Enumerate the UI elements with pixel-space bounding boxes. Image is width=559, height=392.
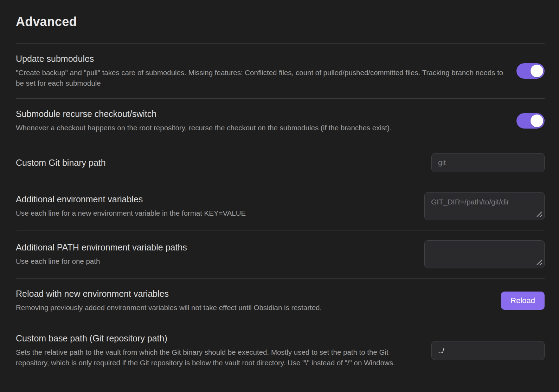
- setting-info: Custom base path (Git repository path) S…: [16, 333, 422, 368]
- setting-item-update-submodules: Update submodules "Create backup" and "p…: [16, 43, 545, 98]
- setting-control: [516, 63, 545, 79]
- setting-name: Additional PATH environment variable pat…: [16, 242, 415, 253]
- page-title: Advanced: [16, 14, 545, 29]
- setting-description: Sets the relative path to the vault from…: [16, 347, 422, 368]
- setting-item-submodule-recurse: Submodule recurse checkout/switch Whenev…: [16, 98, 545, 143]
- setting-name: Additional environment variables: [16, 194, 415, 205]
- setting-description: Use each line for one path: [16, 256, 415, 267]
- setting-description: Use each line for a new environment vari…: [16, 208, 415, 218]
- toggle-knob: [531, 65, 543, 77]
- setting-description: Whenever a checkout happens on the root …: [16, 123, 507, 133]
- setting-item-path-env-paths: Additional PATH environment variable pat…: [16, 230, 545, 278]
- setting-item-env-variables: Additional environment variables Use eac…: [16, 182, 545, 230]
- git-binary-path-input[interactable]: [431, 153, 545, 172]
- setting-name: Update submodules: [16, 53, 507, 64]
- setting-info: Additional PATH environment variable pat…: [16, 242, 415, 267]
- setting-control: Reload: [501, 292, 545, 310]
- toggle-knob: [531, 115, 543, 127]
- setting-info: Submodule recurse checkout/switch Whenev…: [16, 109, 507, 133]
- setting-info: Reload with new environment variables Re…: [16, 288, 492, 313]
- setting-description: "Create backup" and "pull" takes care of…: [16, 67, 507, 89]
- setting-item-git-binary-path: Custom Git binary path: [16, 143, 545, 182]
- update-submodules-toggle[interactable]: [516, 63, 545, 79]
- setting-info: Update submodules "Create backup" and "p…: [16, 53, 507, 89]
- bottom-divider: [16, 378, 545, 378]
- setting-info: Additional environment variables Use eac…: [16, 194, 415, 218]
- setting-name: Custom Git binary path: [16, 157, 422, 168]
- setting-name: Custom base path (Git repository path): [16, 333, 422, 344]
- textarea-wrap: [424, 240, 545, 268]
- setting-description: Removing previously added environment va…: [16, 302, 492, 313]
- base-path-input[interactable]: [431, 341, 545, 360]
- textarea-wrap: [424, 192, 545, 220]
- submodule-recurse-toggle[interactable]: [516, 113, 545, 129]
- setting-control: [424, 192, 545, 220]
- setting-control: [431, 153, 545, 172]
- path-env-paths-textarea[interactable]: [424, 240, 545, 268]
- setting-info: Custom Git binary path: [16, 157, 422, 168]
- setting-item-reload-env: Reload with new environment variables Re…: [16, 278, 545, 323]
- setting-name: Reload with new environment variables: [16, 288, 492, 299]
- reload-button[interactable]: Reload: [501, 292, 545, 310]
- env-variables-textarea[interactable]: [424, 192, 545, 220]
- setting-item-custom-base-path: Custom base path (Git repository path) S…: [16, 323, 545, 378]
- resize-handle-icon[interactable]: [536, 211, 542, 217]
- setting-name: Submodule recurse checkout/switch: [16, 109, 507, 119]
- setting-control: [516, 113, 545, 129]
- setting-control: [431, 341, 545, 360]
- resize-handle-icon[interactable]: [536, 259, 542, 265]
- setting-control: [424, 240, 545, 268]
